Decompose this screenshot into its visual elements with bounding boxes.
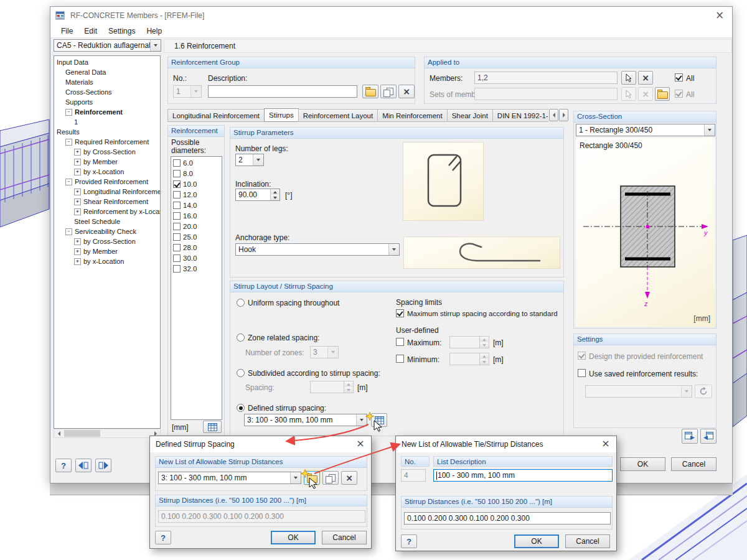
distances-input[interactable]: 0.100 0.200 0.300 0.100 0.200 0.300: [404, 512, 611, 525]
members-all-checkbox[interactable]: [675, 73, 683, 82]
tree-item[interactable]: +by Cross-Section: [54, 236, 160, 246]
new-set-button[interactable]: [655, 87, 670, 101]
diameter-option[interactable]: 10.0: [171, 179, 222, 189]
inclination-input[interactable]: 90.00: [235, 189, 280, 201]
pick-members-button[interactable]: [621, 71, 636, 85]
tree-item[interactable]: -Provided Reinforcement: [54, 177, 160, 187]
tree-item[interactable]: Input Data: [54, 57, 160, 67]
expand-icon[interactable]: +: [74, 198, 81, 205]
menu-help[interactable]: Help: [141, 24, 167, 38]
diameter-checkbox[interactable]: [173, 233, 181, 241]
collapse-icon[interactable]: -: [65, 228, 72, 235]
tree-item[interactable]: Cross-Sections: [54, 87, 160, 97]
tree-item[interactable]: +by x-Location: [54, 167, 160, 177]
menu-settings[interactable]: Settings: [103, 24, 141, 38]
tree-item[interactable]: Steel Schedule: [54, 217, 160, 226]
expand-icon[interactable]: +: [74, 258, 81, 265]
tab-min-reinforcement[interactable]: Min Reinforcement: [377, 109, 448, 122]
collapse-icon[interactable]: -: [65, 139, 72, 146]
expand-icon[interactable]: +: [74, 149, 81, 156]
sets-input[interactable]: [474, 88, 618, 100]
tree-item[interactable]: +by Cross-Section: [54, 147, 160, 157]
diameter-option[interactable]: 28.0: [171, 242, 222, 253]
minimum-input[interactable]: [449, 353, 489, 365]
close-icon[interactable]: ×: [350, 436, 371, 452]
previous-window-button[interactable]: [75, 459, 92, 472]
saved-results-select[interactable]: [585, 385, 692, 398]
diameter-option[interactable]: 14.0: [171, 200, 222, 210]
diameter-option[interactable]: 32.0: [171, 263, 222, 274]
copy-list-button[interactable]: [322, 471, 339, 485]
diameter-option[interactable]: 30.0: [171, 253, 222, 263]
set-default-button[interactable]: [682, 429, 698, 444]
use-saved-results-checkbox[interactable]: [578, 369, 586, 377]
expand-icon[interactable]: +: [74, 238, 81, 245]
menu-file[interactable]: File: [55, 24, 78, 38]
tree-item[interactable]: +by Member: [54, 246, 160, 256]
tree-item[interactable]: +by x-Location: [54, 256, 160, 266]
navigation-tree[interactable]: Input DataGeneral DataMaterialsCross-Sec…: [54, 55, 161, 429]
distances-input[interactable]: 0.100 0.200 0.300 0.100 0.200 0.300: [158, 510, 365, 523]
uniform-spacing-radio[interactable]: [237, 299, 245, 307]
ok-button[interactable]: OK: [620, 457, 665, 471]
diameter-checkbox[interactable]: [173, 180, 181, 188]
subdivided-spacing-radio[interactable]: [237, 369, 245, 377]
case-selector[interactable]: CA5 - Reduktion auflagernaher: [54, 39, 161, 52]
help-button[interactable]: ?: [401, 534, 417, 548]
diameter-checkbox[interactable]: [173, 254, 181, 262]
group-number-select[interactable]: 1: [173, 85, 202, 98]
number-of-legs-select[interactable]: 2: [235, 154, 264, 166]
collapse-icon[interactable]: -: [65, 179, 72, 185]
menu-edit[interactable]: Edit: [78, 24, 103, 38]
minimum-checkbox[interactable]: [396, 355, 404, 363]
ok-button[interactable]: OK: [271, 531, 316, 544]
spacing-input[interactable]: [310, 381, 354, 393]
diameter-checkbox[interactable]: [173, 223, 181, 230]
expand-icon[interactable]: +: [74, 159, 81, 166]
save-default-button[interactable]: [700, 429, 716, 444]
scrollbar-thumb[interactable]: [64, 430, 100, 437]
diameter-option[interactable]: 20.0: [171, 221, 222, 231]
next-window-button[interactable]: [95, 459, 111, 472]
delete-list-button[interactable]: ×: [341, 471, 357, 485]
diameter-checkbox[interactable]: [173, 191, 181, 198]
cancel-button[interactable]: Cancel: [565, 534, 610, 548]
tree-hscrollbar[interactable]: [54, 429, 161, 438]
list-description-input[interactable]: 100 - 300 mm, 100 mm: [433, 469, 613, 482]
tab-stirrups[interactable]: Stirrups: [264, 108, 299, 122]
number-of-zones-select[interactable]: 3: [310, 346, 339, 358]
tab-scroll-right-button[interactable]: [559, 109, 568, 121]
stirrup-distances-list-select[interactable]: 3: 100 - 300 mm, 100 mm: [158, 472, 301, 484]
delete-group-button[interactable]: ×: [398, 85, 415, 98]
design-provided-checkbox[interactable]: [578, 352, 586, 360]
diameter-option[interactable]: 8.0: [171, 168, 222, 179]
tree-item[interactable]: Supports: [54, 97, 160, 107]
expand-icon[interactable]: +: [74, 189, 81, 195]
tree-item[interactable]: +by Member: [54, 157, 160, 167]
sets-all-checkbox[interactable]: [675, 90, 683, 98]
tree-item[interactable]: General Data: [54, 67, 160, 77]
diameter-list[interactable]: 6.08.010.012.014.016.020.025.028.030.032…: [171, 156, 222, 420]
tree-item[interactable]: 1: [54, 117, 160, 127]
help-button[interactable]: ?: [55, 459, 72, 472]
tree-item[interactable]: Results: [54, 127, 160, 137]
cross-section-select[interactable]: 1 - Rectangle 300/450: [576, 124, 715, 136]
copy-group-button[interactable]: [380, 85, 397, 98]
expand-icon[interactable]: +: [74, 169, 81, 175]
diameter-option[interactable]: 25.0: [171, 231, 222, 242]
tree-item[interactable]: -Serviceability Check: [54, 226, 160, 236]
expand-icon[interactable]: +: [74, 248, 81, 255]
tree-item[interactable]: +Shear Reinforcement: [54, 197, 160, 207]
collapse-icon[interactable]: -: [65, 109, 72, 116]
diameter-option[interactable]: 16.0: [171, 210, 222, 221]
refresh-results-button[interactable]: [695, 385, 712, 398]
tree-item[interactable]: +Longitudinal Reinforcement: [54, 187, 160, 197]
clear-members-button[interactable]: ×: [638, 71, 653, 85]
ok-button[interactable]: OK: [514, 534, 559, 548]
cancel-button[interactable]: Cancel: [322, 531, 367, 544]
maximum-input[interactable]: [449, 336, 489, 348]
tab-reinforcement-layout[interactable]: Reinforcement Layout: [298, 109, 378, 122]
tab-din-en-1992-1-1[interactable]: DIN EN 1992-1-1: [492, 109, 548, 122]
maximum-checkbox[interactable]: [396, 338, 404, 346]
spinner-arrows[interactable]: [344, 381, 353, 393]
